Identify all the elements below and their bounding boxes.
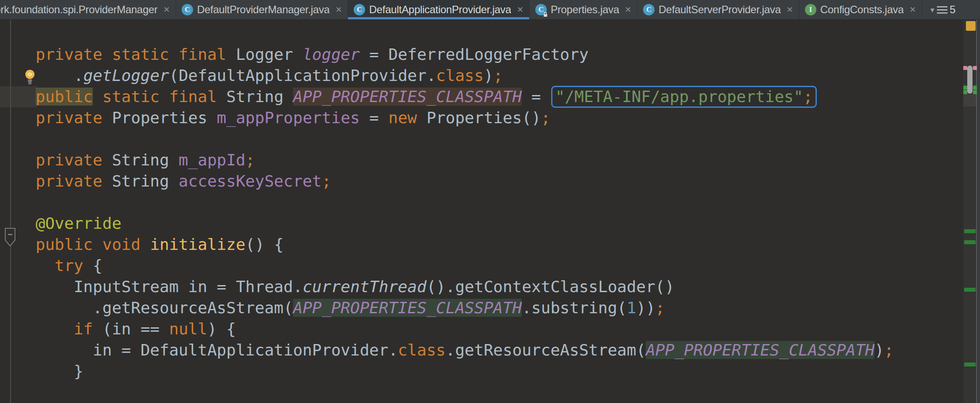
code-editor[interactable]: private static final Logger logger = Def… (0, 20, 980, 403)
error-stripe-mark[interactable] (964, 240, 976, 244)
code-line: } (36, 361, 894, 382)
code-token: logger (303, 45, 360, 63)
tab-close-icon[interactable]: ✕ (517, 6, 523, 14)
code-token: static (102, 88, 160, 106)
code-token: public (36, 88, 93, 106)
code-token: ().getContextClassLoader() (427, 278, 675, 296)
tab-close-icon[interactable]: ✕ (909, 6, 916, 14)
code-token (160, 88, 169, 106)
class-file-icon: C (535, 4, 547, 15)
code-token: .getResourceAsStream( (36, 299, 293, 317)
tab-label: ConfigConsts.java (820, 4, 904, 15)
tab-list-icon (937, 4, 947, 15)
error-stripe-mark[interactable] (963, 90, 967, 94)
code-token: class (398, 341, 446, 359)
code-line: .getLogger(DefaultApplicationProvider.cl… (36, 65, 894, 86)
code-token: InputStream in = Thread. (36, 278, 303, 296)
tab-close-icon[interactable]: ✕ (335, 6, 342, 14)
code-token: currentThread (303, 278, 427, 296)
code-token: 1 (627, 299, 636, 317)
chevron-down-icon: ▼ (929, 6, 936, 14)
scrollbar-thumb[interactable] (966, 65, 973, 95)
code-token: ; (803, 88, 813, 106)
class-file-icon: C (354, 4, 365, 15)
tab-label: DefaultServerProvider.java (658, 4, 781, 15)
error-stripe-mark[interactable] (964, 363, 976, 366)
code-token: .getResourceAsStream( (446, 341, 646, 359)
inspection-status-square[interactable] (966, 21, 976, 31)
hidden-tabs-count: 5 (950, 4, 955, 16)
code-token: "/META-INF/app.properties" (555, 88, 803, 106)
code-token: = (360, 109, 388, 127)
code-token: null (169, 320, 207, 338)
code-token: () { (245, 235, 284, 253)
code-token: APP_PROPERTIES_CLASSPATH (293, 299, 522, 317)
tab-defaultapplicationprovider-java[interactable]: CDefaultApplicationProvider.java✕ (348, 0, 530, 19)
code-token: APP_PROPERTIES_CLASSPATH (293, 88, 522, 106)
code-token: ; (655, 299, 665, 317)
code-token: private (36, 109, 102, 127)
code-token: Properties (102, 109, 217, 127)
code-line: public static final String APP_PROPERTIE… (36, 86, 894, 107)
code-token: ; (245, 151, 255, 169)
code-line: private String m_appId; (36, 150, 894, 171)
code-line: if (in == null) { (36, 319, 894, 340)
error-stripe-mark[interactable] (973, 66, 977, 70)
error-stripe-mark[interactable] (973, 90, 977, 94)
intention-bulb-icon[interactable] (24, 69, 36, 86)
code-token: )) (636, 299, 655, 317)
tab-close-icon[interactable]: ✕ (786, 6, 793, 14)
class-file-icon: C (182, 4, 193, 15)
lock-icon (543, 11, 548, 17)
tab-defaultprovidermanager-java[interactable]: CDefaultProviderManager.java✕ (176, 0, 348, 19)
code-line: try { (36, 255, 894, 276)
fold-marker[interactable] (4, 227, 16, 248)
error-stripe-mark[interactable] (973, 86, 977, 90)
code-line: private Properties m_appProperties = new… (36, 107, 894, 128)
code-token: ) (484, 66, 494, 84)
code-token: m_appId (179, 151, 245, 169)
tab-configconsts-java[interactable]: IConfigConsts.java✕ (799, 0, 922, 19)
code-token: ) { (207, 320, 236, 338)
code-token: private static final (36, 45, 226, 63)
code-token: ; (322, 172, 331, 190)
tab-work-foundation-spi-providermanager[interactable]: work.foundation.spi.ProviderManager✕ (0, 0, 176, 19)
code-token: String (217, 88, 293, 106)
code-token: void (102, 235, 141, 253)
code-token: (in == (93, 320, 169, 338)
tab-close-icon[interactable]: ✕ (625, 6, 632, 14)
code-token (93, 235, 102, 253)
code-token: public (36, 235, 93, 253)
code-line: .getResourceAsStream(APP_PROPERTIES_CLAS… (36, 297, 894, 319)
tab-properties-java[interactable]: CProperties.java✕ (530, 0, 637, 19)
editor-right-edge (977, 20, 980, 403)
code-token: private (36, 151, 102, 169)
code-token: ; (884, 341, 894, 359)
code-token (140, 235, 150, 253)
code-line: private String accessKeySecret; (36, 171, 894, 192)
tab-defaultserverprovider-java[interactable]: CDefaultServerProvider.java✕ (637, 0, 799, 19)
code-token: = DeferredLoggerFactory (360, 45, 589, 63)
selected-string-box[interactable]: "/META-INF/app.properties"; (551, 86, 816, 108)
hidden-tabs-dropdown[interactable]: ▼ 5 (925, 0, 960, 19)
caret-line-gutter-highlight (0, 86, 37, 107)
code-line: @Override (36, 213, 894, 234)
gutter-separator (10, 20, 11, 403)
code-token: ; (541, 109, 551, 127)
tab-close-icon[interactable]: ✕ (163, 6, 170, 14)
code-token: accessKeySecret (179, 172, 322, 190)
class-file-icon: C (643, 4, 655, 15)
interface-file-icon: I (805, 4, 816, 15)
code-token: (DefaultApplicationProvider. (169, 66, 436, 84)
code-token: new (388, 109, 417, 127)
code-token: ) (874, 341, 884, 359)
error-stripe-mark[interactable] (964, 229, 976, 233)
code-token: getLogger (83, 66, 169, 84)
tab-label: DefaultApplicationProvider.java (369, 4, 511, 15)
error-stripe-mark[interactable] (964, 288, 976, 292)
tab-label: work.foundation.spi.ProviderManager (0, 4, 157, 15)
error-stripe-mark[interactable] (963, 66, 967, 70)
error-stripe-mark[interactable] (963, 86, 967, 90)
code-token: ; (493, 66, 503, 84)
code-content: private static final Logger logger = Def… (36, 44, 894, 382)
